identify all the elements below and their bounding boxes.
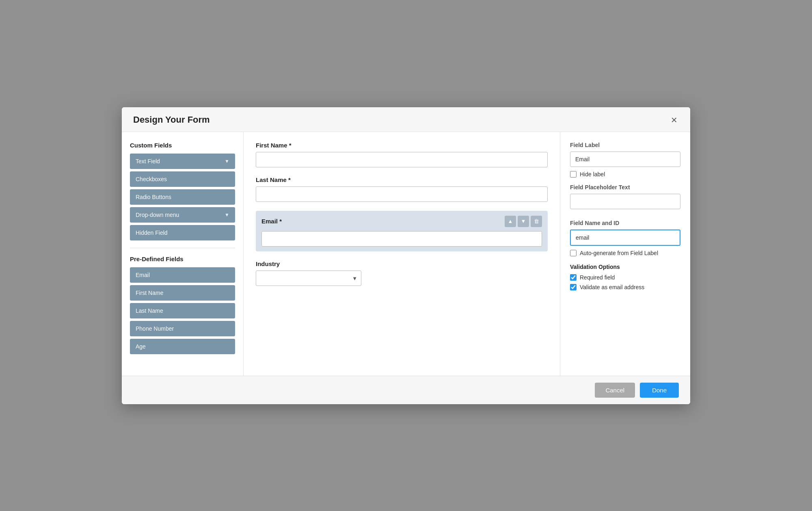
hide-label-checkbox[interactable]: [570, 171, 577, 178]
dropdown-label: Drop-down menu: [136, 212, 179, 218]
text-field-arrow-icon: ▼: [225, 158, 229, 164]
validate-email-row: Validate as email address: [570, 284, 680, 290]
right-panel: Field Label Hide label Field Placeholder…: [560, 132, 690, 376]
email-move-up-button[interactable]: ▲: [505, 216, 516, 227]
custom-field-dropdown[interactable]: Drop-down menu ▼: [130, 207, 235, 223]
placeholder-section-title: Field Placeholder Text: [570, 184, 680, 191]
validate-email-text: Validate as email address: [580, 284, 644, 290]
auto-generate-row: Auto-generate from Field Label: [570, 250, 680, 256]
predefined-age-label: Age: [136, 343, 146, 350]
industry-label: Industry: [256, 260, 548, 267]
hide-label-row: Hide label: [570, 171, 680, 178]
hide-label-text: Hide label: [580, 171, 605, 178]
field-name-id-section-title: Field Name and ID: [570, 220, 680, 226]
cancel-button[interactable]: Cancel: [595, 383, 635, 398]
industry-select-wrapper: ▼: [256, 271, 361, 286]
modal-dialog: Design Your Form × Custom Fields Text Fi…: [122, 107, 690, 404]
custom-field-hidden[interactable]: Hidden Field: [130, 225, 235, 240]
email-field-header: Email * ▲ ▼ 🗑: [261, 216, 542, 227]
field-name-id-input[interactable]: [570, 230, 680, 246]
field-label-group: Field Label Hide label: [570, 142, 680, 178]
auto-generate-checkbox[interactable]: [570, 250, 577, 256]
placeholder-input[interactable]: [570, 194, 680, 209]
email-input[interactable]: [261, 231, 542, 247]
predefined-email[interactable]: Email: [130, 267, 235, 283]
text-field-label: Text Field: [136, 158, 160, 165]
validate-email-checkbox[interactable]: [570, 284, 577, 290]
predefined-phone-label: Phone Number: [136, 325, 174, 332]
close-button[interactable]: ×: [669, 115, 679, 125]
first-name-group: First Name *: [256, 142, 548, 167]
last-name-label: Last Name *: [256, 176, 548, 183]
modal-title: Design Your Form: [133, 115, 210, 125]
field-name-id-group: Field Name and ID Auto-generate from Fie…: [570, 220, 680, 256]
done-button[interactable]: Done: [640, 383, 679, 398]
left-panel: Custom Fields Text Field ▼ Checkboxes Ra…: [122, 132, 244, 376]
required-field-checkbox[interactable]: [570, 274, 577, 281]
last-name-group: Last Name *: [256, 176, 548, 202]
custom-field-checkboxes[interactable]: Checkboxes: [130, 171, 235, 187]
custom-fields-title: Custom Fields: [130, 142, 235, 149]
predefined-last-name[interactable]: Last Name: [130, 303, 235, 318]
email-delete-button[interactable]: 🗑: [531, 216, 542, 227]
validation-section-title: Validation Options: [570, 264, 680, 270]
email-active-field: Email * ▲ ▼ 🗑: [256, 211, 548, 251]
modal-header: Design Your Form ×: [122, 107, 690, 132]
field-label-input[interactable]: [570, 152, 680, 167]
auto-generate-text: Auto-generate from Field Label: [580, 250, 658, 256]
email-move-down-button[interactable]: ▼: [518, 216, 529, 227]
validation-group: Validation Options Required field Valida…: [570, 264, 680, 290]
middle-panel: First Name * Last Name * Email * ▲ ▼: [244, 132, 560, 376]
predefined-email-label: Email: [136, 272, 150, 278]
placeholder-group: Field Placeholder Text: [570, 184, 680, 213]
required-field-row: Required field: [570, 274, 680, 281]
predefined-first-name-label: First Name: [136, 290, 163, 296]
predefined-last-name-label: Last Name: [136, 307, 163, 314]
field-label-section-title: Field Label: [570, 142, 680, 148]
divider: [130, 248, 235, 248]
predefined-first-name[interactable]: First Name: [130, 285, 235, 301]
predefined-fields-title: Pre-Defined Fields: [130, 256, 235, 262]
email-field-label: Email *: [261, 218, 282, 225]
dropdown-arrow-icon: ▼: [225, 212, 229, 218]
modal-body: Custom Fields Text Field ▼ Checkboxes Ra…: [122, 132, 690, 376]
first-name-label: First Name *: [256, 142, 548, 149]
industry-select[interactable]: [256, 271, 361, 286]
modal-overlay: Design Your Form × Custom Fields Text Fi…: [0, 0, 812, 511]
custom-field-radio-buttons[interactable]: Radio Buttons: [130, 189, 235, 205]
required-field-text: Required field: [580, 274, 615, 281]
email-field-actions: ▲ ▼ 🗑: [505, 216, 542, 227]
custom-field-text-field[interactable]: Text Field ▼: [130, 154, 235, 169]
last-name-input[interactable]: [256, 186, 548, 202]
modal-footer: Cancel Done: [122, 376, 690, 404]
predefined-age[interactable]: Age: [130, 339, 235, 354]
checkboxes-label: Checkboxes: [136, 176, 167, 182]
radio-buttons-label: Radio Buttons: [136, 194, 171, 200]
industry-group: Industry ▼: [256, 260, 548, 286]
first-name-input[interactable]: [256, 152, 548, 167]
hidden-field-label: Hidden Field: [136, 230, 168, 236]
predefined-phone-number[interactable]: Phone Number: [130, 321, 235, 336]
